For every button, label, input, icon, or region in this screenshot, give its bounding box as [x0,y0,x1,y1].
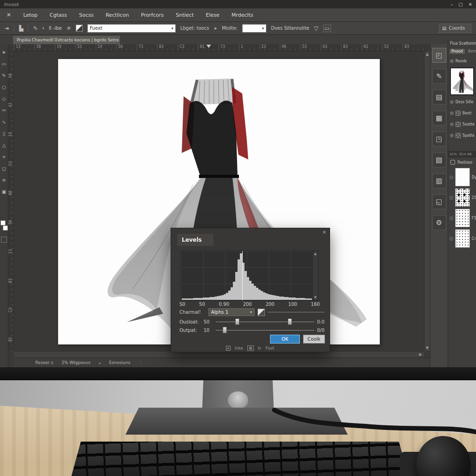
input-slider[interactable] [216,318,314,325]
menu-item[interactable]: Elese [206,12,219,18]
output-slider[interactable] [216,327,314,333]
tool-button-icon[interactable]: ➤ [0,48,8,56]
tool-button-icon[interactable]: ▣ [0,187,8,196]
right-tool-icon[interactable]: ▦ [432,111,446,126]
color-swatches[interactable] [0,220,8,231]
maximize-button[interactable]: ▢ [458,2,463,7]
move-arrow-icon[interactable]: ➔ [5,25,9,32]
close-button[interactable]: ✕ [469,2,472,7]
channel-swatch-icon[interactable] [258,309,265,316]
input-right-value[interactable]: 0:0 [317,319,324,324]
tool-button-icon[interactable]: ◇ [0,94,8,103]
tool-button-icon[interactable]: + [0,152,8,161]
histogram-scrollbar[interactable]: ▲ ▼ [312,251,318,300]
eye-icon[interactable]: ○ [450,236,453,241]
pattern-row[interactable]: ○ 25 [448,187,476,208]
right-tool-icon[interactable]: ◳ [432,132,446,146]
scroll-up-icon[interactable]: ▲ [426,52,429,56]
bucket-icon[interactable]: ▙ [19,25,23,32]
more-icon[interactable]: ⋮ [139,361,142,365]
slider-handle[interactable] [288,318,292,325]
dialog-close-icon[interactable]: ✕ [323,230,326,235]
right-tool-icon[interactable]: ◱ [432,194,446,209]
redo-icon[interactable]: ↻ [258,346,262,350]
contrast-swatch-icon[interactable] [76,25,83,32]
panel-tab-active[interactable]: Pnoed [450,49,465,54]
document-tab[interactable]: Pnpika Chavmedl Ovtcacto kociens | bgrdo… [13,36,120,44]
tool-button-icon[interactable]: △ [0,141,8,149]
tool-button-icon[interactable]: ∿ [0,118,8,126]
scroll-down-icon[interactable]: ▼ [314,296,317,299]
right-tool-icon-selected[interactable]: ◰ [432,48,446,63]
brush-chevron-icon[interactable]: ▾ [42,26,44,30]
pattern-thumbnail[interactable] [455,188,470,207]
right-tool-icon[interactable]: ✎ [432,69,446,84]
anchor-icon[interactable]: ✳ [66,25,71,32]
status-zoom[interactable]: 2% Wtgpoovs [61,360,90,365]
gear-icon[interactable]: ⚙ [432,215,446,230]
vertical-scrollbar[interactable]: ▲ ▼ [424,51,430,351]
eye-icon[interactable]: ○ [450,216,453,220]
pattern-row[interactable]: ○ F5 [448,208,476,228]
tool-button-icon[interactable]: ▯ [0,129,8,138]
pattern-thumbnail[interactable] [455,209,470,227]
tool-button-icon[interactable]: ≋ [0,176,8,184]
coords-button[interactable]: ▤ Coords [439,24,471,33]
ok-button[interactable]: OK [270,335,300,344]
channel-select[interactable]: Alphs 1 ▾ [208,308,255,316]
patterns-section-header[interactable]: Pastises [448,158,476,167]
foreground-color-swatch[interactable] [0,220,6,225]
tool-button-icon[interactable]: ✎ [0,71,8,79]
eye-icon[interactable]: ◎ [450,99,454,104]
grid-button-icon[interactable]: ▭ [323,25,331,32]
pattern-row[interactable]: ○ Dy [448,167,476,187]
tool-button-icon[interactable]: ○ [0,83,8,91]
eye-icon[interactable]: ◎ [450,122,454,126]
eye-icon[interactable]: ◎ [450,59,454,63]
slider-handle[interactable] [223,327,227,333]
input-value[interactable]: 50 [204,319,213,324]
menu-item[interactable]: Letop [23,12,38,18]
slider-handle[interactable] [235,318,239,325]
menu-item[interactable]: Cgtass [50,12,67,18]
auto-box-icon[interactable]: ⊠ [247,345,254,351]
scroll-down-icon[interactable]: ▼ [426,346,429,350]
miolte-select[interactable]: ▾ [242,24,266,33]
layer-thumbnail[interactable] [450,67,474,95]
menu-item[interactable]: Rectlicon [106,12,129,18]
menu-item[interactable]: Prorfcors [141,12,164,18]
screen-mode-icon[interactable] [1,237,7,243]
eye-icon[interactable]: ○ [450,175,453,179]
pattern-thumbnail[interactable] [455,229,470,248]
output-right-value[interactable]: 0/0 [317,328,324,333]
right-tool-icon[interactable]: ▥ [432,173,446,188]
tool-button-icon[interactable]: ◻ [0,164,8,172]
cancel-button[interactable]: Coolk [303,335,325,344]
panel-close-icon[interactable]: ✕ [7,12,11,18]
filter-icon[interactable]: ▽ [314,25,318,32]
menu-item[interactable]: Mrdeclts [231,12,253,18]
font-select[interactable]: Fuext ▾ [87,24,176,33]
output-value[interactable]: 10 [204,328,213,333]
background-color-swatch[interactable] [3,225,8,231]
brush-icon[interactable]: ✎ [33,25,38,32]
layer-row[interactable]: ◎ Beot: [448,107,476,119]
eye-icon[interactable]: ◎ [450,111,454,115]
right-tool-icon[interactable]: ▤ [432,90,446,105]
layer-row[interactable]: ◎ Seatte [448,119,476,130]
pattern-row[interactable]: ○ Cr [448,228,476,249]
text-tool-label[interactable]: II -ibe [49,26,62,31]
layer-row[interactable]: ◎ Dess Sille [448,96,476,107]
preview-checkbox[interactable]: ✓ [226,346,231,350]
eye-icon[interactable]: ○ [450,195,453,200]
scroll-right-icon[interactable]: ▶ [419,352,422,357]
right-tool-icon[interactable]: ▧ [432,152,446,167]
tool-button-icon[interactable]: ✂ [0,106,8,114]
panel-tab[interactable]: Bemex [466,49,476,54]
menu-item[interactable]: Sntiect [176,12,193,18]
minimize-button[interactable]: – [450,2,453,7]
eye-icon[interactable]: ◎ [450,133,454,138]
scroll-up-icon[interactable]: ▲ [314,252,317,256]
layer-row[interactable]: ◎ Reods [448,55,476,66]
pattern-thumbnail[interactable] [455,168,470,186]
